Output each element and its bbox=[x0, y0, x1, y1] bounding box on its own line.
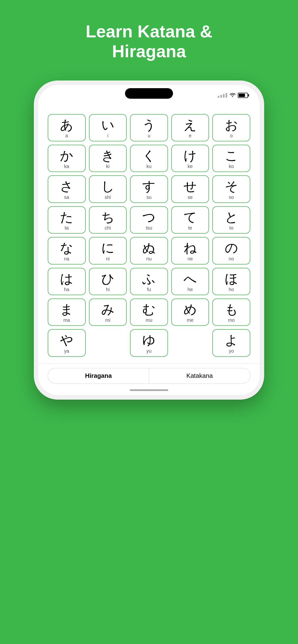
char-cell[interactable]: うu bbox=[130, 114, 168, 141]
char-kana: き bbox=[101, 148, 114, 163]
char-roman: to bbox=[229, 225, 233, 231]
dynamic-island bbox=[125, 88, 173, 99]
char-kana: は bbox=[60, 272, 73, 286]
char-roman: mi bbox=[105, 318, 110, 323]
char-kana: も bbox=[225, 302, 238, 316]
char-roman: no bbox=[229, 256, 234, 262]
char-roman: hi bbox=[106, 287, 110, 292]
char-kana: お bbox=[225, 118, 238, 132]
char-roman: yu bbox=[146, 348, 152, 354]
char-kana: へ bbox=[184, 272, 197, 286]
char-cell[interactable]: おo bbox=[212, 114, 250, 141]
char-cell[interactable]: ひhi bbox=[89, 268, 127, 295]
home-indicator bbox=[130, 389, 168, 391]
char-roman: ka bbox=[64, 164, 69, 169]
char-kana: ひ bbox=[101, 272, 114, 286]
phone-wrapper: あaいiうuえeおoかkaきkiくkuけkeこkoさsaしshiすsuせseそs… bbox=[34, 80, 264, 400]
char-cell[interactable]: くku bbox=[130, 145, 168, 172]
char-cell[interactable]: かka bbox=[48, 145, 86, 172]
char-cell[interactable]: めme bbox=[171, 298, 209, 326]
char-cell[interactable]: よyo bbox=[212, 329, 250, 356]
char-cell[interactable]: そso bbox=[212, 176, 250, 203]
char-cell[interactable]: もmo bbox=[212, 298, 250, 326]
tab-katakana[interactable]: Katakana bbox=[149, 368, 250, 384]
char-cell[interactable]: はha bbox=[48, 268, 86, 295]
char-cell[interactable] bbox=[171, 329, 209, 356]
char-cell[interactable]: けke bbox=[171, 145, 209, 172]
char-cell[interactable]: いi bbox=[89, 114, 127, 141]
char-cell[interactable]: あa bbox=[48, 114, 86, 141]
wifi-icon bbox=[230, 92, 235, 98]
char-roman: chi bbox=[105, 225, 111, 231]
battery-icon bbox=[238, 93, 248, 98]
char-kana: む bbox=[142, 302, 156, 316]
char-kana: よ bbox=[225, 333, 238, 347]
char-cell[interactable]: せse bbox=[171, 176, 209, 203]
char-roman: na bbox=[64, 256, 69, 262]
char-cell[interactable]: ゆyu bbox=[130, 329, 168, 356]
char-cell[interactable]: てte bbox=[171, 206, 209, 234]
char-cell[interactable]: のno bbox=[212, 237, 250, 264]
char-cell[interactable]: へhe bbox=[171, 268, 209, 295]
char-kana: け bbox=[184, 148, 197, 163]
char-roman: ku bbox=[146, 164, 152, 169]
char-kana: し bbox=[101, 179, 114, 193]
char-roman: se bbox=[188, 194, 193, 200]
char-kana: え bbox=[184, 118, 197, 132]
character-grid: あaいiうuえeおoかkaきkiくkuけkeこkoさsaしshiすsuせseそs… bbox=[48, 114, 250, 357]
char-cell[interactable]: すsu bbox=[130, 176, 168, 203]
char-cell[interactable]: しshi bbox=[89, 176, 127, 203]
char-kana: あ bbox=[60, 118, 73, 132]
char-cell[interactable]: なna bbox=[48, 237, 86, 264]
page-title: Learn Katana &Hiragana bbox=[66, 22, 232, 61]
char-cell[interactable]: ふfu bbox=[130, 268, 168, 295]
char-roman: mu bbox=[146, 318, 152, 323]
signal-icon bbox=[218, 93, 227, 98]
char-roman: ko bbox=[229, 164, 234, 169]
char-roman: i bbox=[107, 133, 108, 138]
char-roman: e bbox=[189, 133, 192, 138]
char-roman: me bbox=[187, 318, 194, 323]
char-cell[interactable]: ぬnu bbox=[130, 237, 168, 264]
char-kana: た bbox=[60, 210, 73, 224]
char-roman: su bbox=[146, 194, 152, 200]
char-cell[interactable]: まma bbox=[48, 298, 86, 326]
char-kana: ふ bbox=[142, 272, 156, 286]
char-kana: ゆ bbox=[142, 333, 156, 347]
char-kana: や bbox=[60, 333, 73, 347]
char-roman: mo bbox=[228, 318, 235, 323]
char-cell[interactable]: ねne bbox=[171, 237, 209, 264]
char-cell[interactable]: にni bbox=[89, 237, 127, 264]
char-cell[interactable]: たta bbox=[48, 206, 86, 234]
char-kana: と bbox=[225, 210, 238, 224]
char-cell[interactable]: みmi bbox=[89, 298, 127, 326]
char-kana: ね bbox=[184, 241, 197, 255]
char-roman: te bbox=[188, 225, 192, 231]
char-roman: o bbox=[230, 133, 233, 138]
tab-hiragana[interactable]: Hiragana bbox=[48, 368, 149, 384]
char-cell[interactable]: さsa bbox=[48, 176, 86, 203]
char-kana: て bbox=[184, 210, 197, 224]
char-cell[interactable]: きki bbox=[89, 145, 127, 172]
char-roman: shi bbox=[105, 194, 111, 200]
char-cell[interactable]: ちchi bbox=[89, 206, 127, 234]
char-roman: u bbox=[147, 133, 150, 138]
char-kana: ま bbox=[60, 302, 73, 316]
char-roman: yo bbox=[229, 348, 234, 354]
char-cell[interactable]: こko bbox=[212, 145, 250, 172]
char-kana: う bbox=[142, 118, 156, 132]
char-cell[interactable]: つtsu bbox=[130, 206, 168, 234]
status-bar bbox=[38, 85, 260, 102]
char-cell[interactable]: やya bbox=[48, 329, 86, 356]
char-kana: せ bbox=[184, 179, 197, 193]
char-roman: ho bbox=[229, 287, 234, 292]
char-roman: ne bbox=[187, 256, 193, 262]
char-kana: ぬ bbox=[142, 241, 156, 255]
status-icons bbox=[218, 92, 248, 98]
char-roman: ta bbox=[65, 225, 69, 231]
char-cell[interactable] bbox=[89, 329, 127, 356]
char-cell[interactable]: むmu bbox=[130, 298, 168, 326]
char-cell[interactable]: えe bbox=[171, 114, 209, 141]
char-cell[interactable]: ほho bbox=[212, 268, 250, 295]
char-cell[interactable]: とto bbox=[212, 206, 250, 234]
